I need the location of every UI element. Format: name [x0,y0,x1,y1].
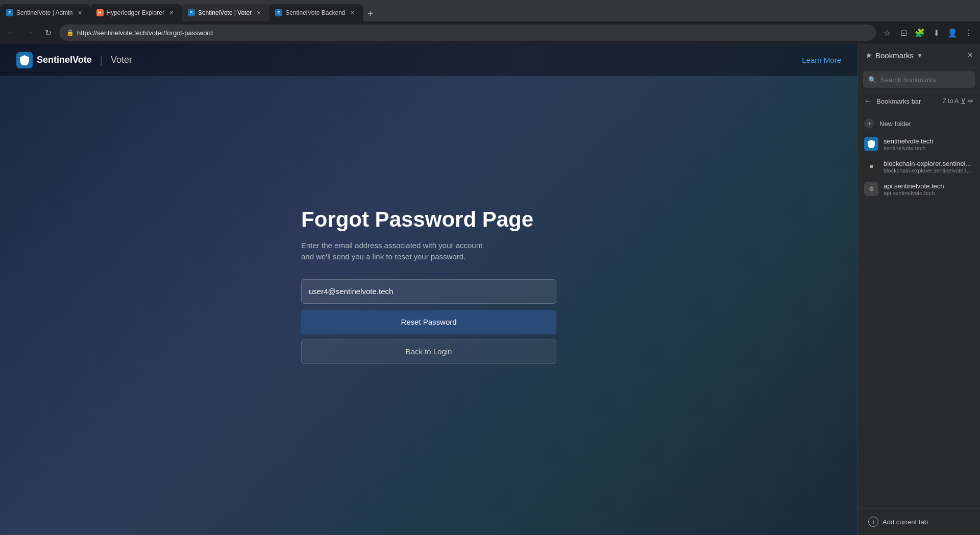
tab-favicon-hyperledger: H [96,9,104,16]
reset-password-button[interactable]: Reset Password [301,310,556,334]
tab-title-voter: SentinelVote | Voter [198,9,252,16]
tab-close-admin[interactable]: × [76,9,84,17]
tab-admin[interactable]: S SentinelVote | Admin × [0,4,90,21]
logo-shield-icon [16,52,33,68]
logo-name: SentinelVote [37,55,92,65]
tab-voter[interactable]: S SentinelVote | Voter × [182,4,269,21]
new-folder-label: New folder [879,120,911,128]
bookmark-text-sentinelvote: sentinelvote.tech sentinelvote.tech [884,137,934,151]
app-logo: SentinelVote | Voter [16,52,132,68]
tab-title-backend: SentinelVote Backend [285,9,345,16]
bookmark-text-blockchain: blockchain-explorer.sentinelvote.tech bl… [884,160,974,174]
bookmarks-dropdown-arrow-icon[interactable]: ▼ [917,52,923,59]
search-icon: 🔍 [868,76,876,84]
bookmarks-title-row: ★ Bookmarks ▼ [865,51,923,60]
tab-hyperledger[interactable]: H Hyperledger Explorer × [90,4,182,21]
bookmarks-panel-title: Bookmarks [875,51,914,60]
reading-list-btn[interactable]: ⊡ [896,26,911,40]
tab-favicon-voter: S [188,9,195,16]
bookmarks-search-input[interactable] [880,76,970,84]
main-layout: SentinelVote | Voter Learn More Forgot P… [0,44,980,535]
tab-title-admin: SentinelVote | Admin [16,9,73,16]
add-tab-label: Add current tab [883,518,928,526]
menu-btn[interactable]: ⋮ [962,26,976,40]
app-header: SentinelVote | Voter Learn More [0,44,857,77]
sort-icon[interactable]: Z to A [943,98,959,105]
form-subtitle: Enter the email address associated with … [301,240,556,263]
bookmark-url-blockchain: blockchain-explorer.sentinelvote.tech [884,167,974,174]
reload-button[interactable]: ↻ [41,26,55,40]
browser-chrome: S SentinelVote | Admin × H Hyperledger E… [0,0,980,44]
bookmarks-search-area: 🔍 [858,67,980,92]
bookmarks-bar-label: Bookmarks bar [876,98,943,105]
tab-favicon-backend: S [275,9,282,16]
bookmark-name-api: api.sentinelvote.tech [884,182,944,190]
bookmark-favicon-api: ⚙ [864,182,878,196]
tab-bar: S SentinelVote | Admin × H Hyperledger E… [0,0,980,21]
bookmark-star-btn[interactable]: ☆ [880,26,894,40]
new-folder-icon: + [864,118,874,129]
filter-icon[interactable]: ⊻ [961,97,966,105]
edit-icon[interactable]: ✏ [968,97,974,105]
bookmark-item-blockchain[interactable]: ■ blockchain-explorer.sentinelvote.tech … [858,155,980,178]
tab-close-hyperledger[interactable]: × [167,9,176,17]
tab-close-voter[interactable]: × [255,9,263,17]
bookmark-item-api[interactable]: ⚙ api.sentinelvote.tech api.sentinelvote… [858,178,980,200]
bookmarks-back-arrow-icon[interactable]: ← [864,96,872,106]
bookmarks-panel: ★ Bookmarks ▼ × 🔍 ← Bookmarks bar Z to A… [857,44,980,535]
email-input[interactable] [301,279,556,304]
bookmark-favicon-sentinelvote [864,137,878,151]
page-body: Forgot Password Page Enter the email add… [0,77,857,535]
form-title: Forgot Password Page [301,207,556,232]
bookmark-url-api: api.sentinelvote.tech [884,190,944,196]
learn-more-link[interactable]: Learn More [802,56,841,64]
bookmark-text-api: api.sentinelvote.tech api.sentinelvote.t… [884,182,944,196]
tab-close-backend[interactable]: × [349,9,357,17]
toolbar-right: ☆ ⊡ 🧩 ⬇ 👤 ⋮ [880,26,976,40]
address-bar-row: ← → ↻ 🔒 https://sentinelvote.tech/voter/… [0,21,980,44]
bookmark-name-sentinelvote: sentinelvote.tech [884,137,934,145]
back-button[interactable]: ← [4,26,18,40]
logo-divider: | [100,54,103,66]
form-container: Forgot Password Page Enter the email add… [301,207,556,364]
bookmark-favicon-blockchain: ■ [864,159,878,174]
lock-icon: 🔒 [66,29,74,36]
address-text: https://sentinelvote.tech/voter/forgot-p… [77,29,213,37]
add-current-tab-button[interactable]: + Add current tab [864,514,974,530]
form-subtitle-line2: and we'll send you a link to reset your … [301,252,465,261]
tab-favicon-admin: S [6,9,13,16]
tab-title-hyperledger: Hyperledger Explorer [107,9,164,16]
back-to-login-button[interactable]: Back to Login [301,339,556,364]
bookmark-item-sentinelvote[interactable]: sentinelvote.tech sentinelvote.tech [858,133,980,155]
bookmarks-search-inner: 🔍 [863,71,975,88]
downloads-btn[interactable]: ⬇ [929,26,943,40]
new-folder-item[interactable]: + New folder [858,114,980,133]
tab-backend[interactable]: S SentinelVote Backend × [269,4,362,21]
forward-button[interactable]: → [22,26,37,40]
bookmarks-header: ★ Bookmarks ▼ × [858,44,980,67]
extensions-btn[interactable]: 🧩 [913,26,927,40]
bookmarks-star-icon: ★ [865,51,872,60]
bookmark-name-blockchain: blockchain-explorer.sentinelvote.tech [884,160,974,167]
profile-btn[interactable]: 👤 [945,26,960,40]
add-tab-icon: + [868,517,878,527]
bookmarks-header-actions: × [967,50,973,61]
bookmarks-footer: + Add current tab [858,508,980,535]
new-tab-button[interactable]: + [363,6,378,21]
bookmark-url-sentinelvote: sentinelvote.tech [884,145,934,151]
bookmarks-nav: ← Bookmarks bar Z to A ⊻ ✏ [858,92,980,110]
app-content: SentinelVote | Voter Learn More Forgot P… [0,44,857,535]
bookmarks-list: + New folder sentinelvote.tech sentinelv… [858,110,980,508]
bookmarks-close-button[interactable]: × [967,50,973,61]
address-bar[interactable]: 🔒 https://sentinelvote.tech/voter/forgot… [59,25,876,41]
form-subtitle-line1: Enter the email address associated with … [301,241,482,250]
logo-section: Voter [111,55,132,65]
